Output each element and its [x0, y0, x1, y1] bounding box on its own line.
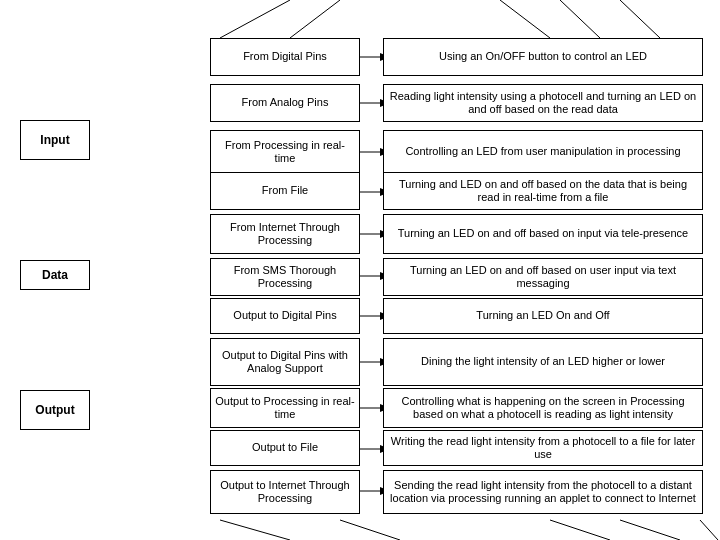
desc-output-digital-box: Turning an LED On and Off [383, 298, 703, 334]
desc-output-processing-box: Controlling what is happening on the scr… [383, 388, 703, 428]
svg-line-30 [620, 520, 680, 540]
svg-line-28 [340, 520, 400, 540]
output-digital-analog-box: Output to Digital Pins with Analog Suppo… [210, 338, 360, 386]
desc-output-internet-box: Sending the read light intensity from th… [383, 470, 703, 514]
svg-line-1 [290, 0, 340, 38]
svg-line-2 [500, 0, 550, 38]
svg-line-4 [620, 0, 660, 38]
from-processing-realtime-box: From Processing in real-time [210, 130, 360, 174]
data-label: Data [20, 260, 90, 290]
desc-analog-pins-box: Reading light intensity using a photocel… [383, 84, 703, 122]
from-analog-pins-box: From Analog Pins [210, 84, 360, 122]
desc-output-analog-box: Dining the light intensity of an LED hig… [383, 338, 703, 386]
svg-line-0 [220, 0, 290, 38]
svg-line-29 [550, 520, 610, 540]
output-processing-realtime-box: Output to Processing in real-time [210, 388, 360, 428]
desc-processing-realtime-box: Controlling an LED from user manipulatio… [383, 130, 703, 174]
output-internet-box: Output to Internet Through Processing [210, 470, 360, 514]
output-digital-pins-box: Output to Digital Pins [210, 298, 360, 334]
output-file-box: Output to File [210, 430, 360, 466]
from-file-box: From File [210, 172, 360, 210]
svg-line-3 [560, 0, 600, 38]
diagram: Input Data Output From Digital Pins From… [0, 0, 720, 540]
from-sms-box: From SMS Thorough Processing [210, 258, 360, 296]
output-label: Output [20, 390, 90, 430]
desc-internet-box: Turning an LED on and off based on input… [383, 214, 703, 254]
svg-line-27 [220, 520, 290, 540]
from-internet-box: From Internet Through Processing [210, 214, 360, 254]
input-label: Input [20, 120, 90, 160]
svg-line-31 [700, 520, 718, 540]
desc-sms-box: Turning an LED on and off based on user … [383, 258, 703, 296]
desc-digital-pins-box: Using an On/OFF button to control an LED [383, 38, 703, 76]
desc-file-box: Turning and LED on and off based on the … [383, 172, 703, 210]
from-digital-pins-box: From Digital Pins [210, 38, 360, 76]
desc-output-file-box: Writing the read light intensity from a … [383, 430, 703, 466]
